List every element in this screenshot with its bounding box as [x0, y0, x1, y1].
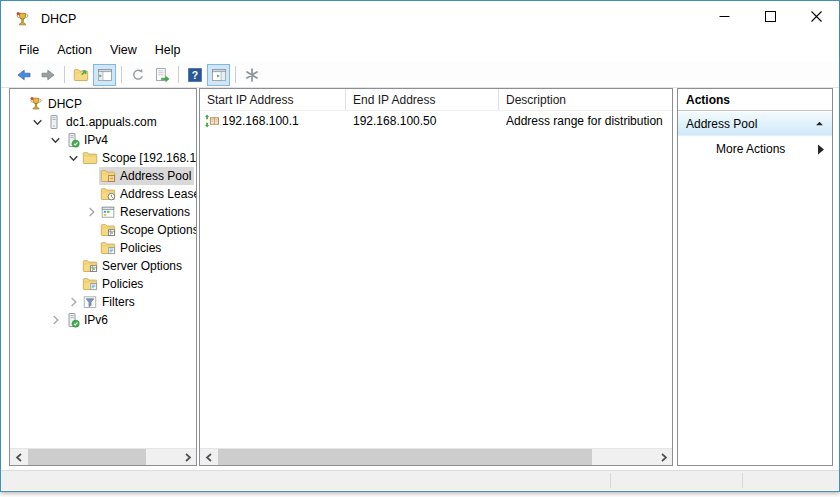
toolbar-separator — [64, 66, 65, 83]
tree-item-body[interactable]: Scope [192.168.100. — [81, 149, 196, 167]
tree-item-label: dc1.appuals.com — [66, 115, 157, 129]
minimize-icon — [719, 11, 730, 22]
tree-item-scope-192-168-100[interactable]: Scope [192.168.100. — [10, 149, 196, 167]
tree-item-body[interactable]: Policies — [99, 239, 164, 257]
toolbar-help-button[interactable]: ? — [183, 64, 206, 86]
list-rows: 192.168.100.1192.168.100.50Address range… — [200, 111, 672, 131]
back-icon — [16, 67, 32, 83]
expander-spacer — [84, 186, 99, 202]
refresh-icon — [130, 67, 146, 83]
statusbar-divider — [742, 473, 743, 488]
statusbar-divider — [610, 473, 611, 488]
list-cell: 192.168.100.50 — [346, 114, 499, 128]
asterisk-icon — [244, 67, 260, 83]
maximize-button[interactable] — [747, 1, 793, 31]
chevron-down-icon[interactable] — [48, 132, 63, 148]
scroll-right-arrow-icon[interactable] — [655, 449, 672, 465]
more-actions-label: More Actions — [716, 142, 785, 156]
menu-action[interactable]: Action — [48, 40, 101, 60]
column-header-start-ip-address[interactable]: Start IP Address — [200, 89, 346, 110]
tree-item-body[interactable]: Address Pool — [99, 167, 194, 185]
tree-item-scope-options[interactable]: Scope Options — [10, 221, 196, 239]
filter-icon — [82, 294, 98, 310]
tree-item-body[interactable]: Server Options — [81, 257, 185, 275]
tree-item-body[interactable]: Policies — [81, 275, 146, 293]
minimize-button[interactable] — [701, 1, 747, 31]
toolbar-forward-button[interactable] — [36, 64, 59, 86]
chevron-right-icon[interactable] — [84, 204, 99, 220]
toolbar-refresh-button[interactable] — [126, 64, 149, 86]
toolbar-back-button[interactable] — [12, 64, 35, 86]
folder-clock-icon — [100, 186, 116, 202]
toolbar-show-action-pane-button[interactable] — [207, 64, 230, 86]
menu-view[interactable]: View — [101, 40, 146, 60]
scroll-thumb[interactable] — [28, 449, 146, 465]
toolbar-new-item-button[interactable] — [240, 64, 263, 86]
list-cell: 192.168.100.1 — [200, 113, 346, 129]
tree-item-ipv4[interactable]: IPv4 — [10, 131, 196, 149]
expander-spacer — [84, 168, 99, 184]
toolbar-show-console-tree-button[interactable] — [93, 64, 116, 86]
forward-icon — [40, 67, 56, 83]
list-horizontal-scrollbar[interactable] — [200, 448, 672, 465]
column-header-description[interactable]: Description — [499, 89, 672, 110]
tree-item-label: Filters — [102, 295, 135, 309]
tree-horizontal-scrollbar[interactable] — [10, 448, 196, 465]
tree-item-body[interactable]: DHCP — [27, 95, 85, 113]
toolbar-separator — [235, 66, 236, 83]
list-header: Start IP AddressEnd IP AddressDescriptio… — [200, 89, 672, 111]
tree-item-address-pool[interactable]: Address Pool — [10, 167, 196, 185]
toolbar-export-list-button[interactable] — [150, 64, 173, 86]
export-list-icon — [154, 67, 170, 83]
scroll-left-arrow-icon[interactable] — [10, 449, 27, 465]
tree-item-body[interactable]: Filters — [81, 293, 138, 311]
tree-item-policies[interactable]: Policies — [10, 239, 196, 257]
scroll-right-arrow-icon[interactable] — [179, 449, 196, 465]
list-row[interactable]: 192.168.100.1192.168.100.50Address range… — [200, 111, 672, 131]
tree-item-filters[interactable]: Filters — [10, 293, 196, 311]
help-icon: ? — [187, 67, 203, 83]
chevron-down-icon[interactable] — [66, 150, 81, 166]
tree-item-body[interactable]: Scope Options — [99, 221, 196, 239]
tree-item-policies[interactable]: Policies — [10, 275, 196, 293]
server-icon — [46, 114, 62, 130]
scroll-thumb[interactable] — [218, 449, 592, 465]
menu-file[interactable]: File — [10, 40, 48, 60]
content-area: DHCPdc1.appuals.comIPv4Scope [192.168.10… — [1, 88, 839, 468]
list-cell-text: 192.168.100.1 — [222, 114, 299, 128]
tree-item-dc1-appuals-com[interactable]: dc1.appuals.com — [10, 113, 196, 131]
column-header-end-ip-address[interactable]: End IP Address — [346, 89, 499, 110]
close-button[interactable] — [793, 1, 839, 31]
tree-item-label: Scope Options — [120, 223, 196, 237]
tree-item-ipv6[interactable]: IPv6 — [10, 311, 196, 329]
tree-item-body[interactable]: Reservations — [99, 203, 193, 221]
tree-item-body[interactable]: IPv4 — [63, 131, 111, 149]
chevron-right-icon[interactable] — [48, 312, 63, 328]
tree-item-label: Scope [192.168.100. — [102, 151, 196, 165]
tree-item-label: Policies — [102, 277, 143, 291]
tree-item-dhcp[interactable]: DHCP — [10, 95, 196, 113]
menu-help[interactable]: Help — [146, 40, 190, 60]
tree-item-label: Address Pool — [120, 169, 191, 183]
folder-policy-icon — [82, 276, 98, 292]
tree-item-address-leases[interactable]: Address Leases — [10, 185, 196, 203]
tree-item-label: IPv6 — [84, 313, 108, 327]
collapse-up-icon[interactable] — [814, 118, 825, 129]
more-actions-button[interactable]: More Actions — [678, 136, 832, 162]
tree-item-body[interactable]: IPv6 — [63, 311, 111, 329]
tree-item-label: IPv4 — [84, 133, 108, 147]
tree-item-server-options[interactable]: Server Options — [10, 257, 196, 275]
tree-item-reservations[interactable]: Reservations — [10, 203, 196, 221]
actions-group-address-pool[interactable]: Address Pool — [678, 112, 832, 136]
folder-policy-icon — [100, 240, 116, 256]
scroll-left-arrow-icon[interactable] — [200, 449, 217, 465]
chevron-down-icon[interactable] — [30, 114, 45, 130]
toolbar-up-one-level-button[interactable] — [69, 64, 92, 86]
expander-spacer — [66, 258, 81, 274]
expander-spacer — [84, 222, 99, 238]
chevron-right-icon[interactable] — [66, 294, 81, 310]
tree-item-label: Reservations — [120, 205, 190, 219]
tree-item-body[interactable]: dc1.appuals.com — [45, 113, 160, 131]
tree-item-body[interactable]: Address Leases — [99, 185, 196, 203]
dhcp-console-window: DHCP File Action View Help ? DHCPdc1.app… — [0, 0, 840, 492]
